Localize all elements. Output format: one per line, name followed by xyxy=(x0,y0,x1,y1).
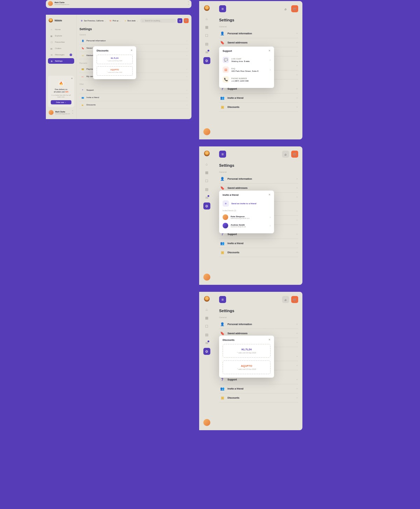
nav-orders[interactable]: ▤ xyxy=(203,331,210,338)
row-discounts[interactable]: ▣Discounts› xyxy=(219,103,298,112)
support-phone[interactable]: 📞 PHONE NUMBER+1 (987) 1234 098 xyxy=(223,75,271,84)
avatar[interactable] xyxy=(203,419,210,426)
search-button[interactable]: ⌕ xyxy=(282,296,289,303)
chevron-right-icon: › xyxy=(270,225,271,227)
cart-button[interactable]: 🛒 xyxy=(291,151,298,158)
nav-explore[interactable]: ▦ xyxy=(203,314,210,321)
avatar xyxy=(223,223,228,228)
nav-home[interactable]: ⌂Home xyxy=(48,27,74,32)
nav-messages[interactable]: ✉ xyxy=(203,194,210,201)
nav-orders[interactable]: ▤ xyxy=(203,40,210,47)
popup-title: Invite a friend xyxy=(223,194,239,196)
nav-settings[interactable]: ⚙ xyxy=(203,57,210,64)
search-button[interactable]: ⌕ xyxy=(282,151,289,158)
badge-dot xyxy=(208,50,209,51)
row-personal[interactable]: 👤Personal information› xyxy=(79,37,189,44)
nav-messages[interactable]: ✉ xyxy=(203,339,210,346)
user-card[interactable]: Mark Clarke markclarke@gmail.com ⌃⌄ xyxy=(48,109,74,116)
nav-favourites[interactable]: ☐Favourites xyxy=(48,39,74,45)
support-live-chat[interactable]: 💬 LIVE CHATWaiting time: 5 min › xyxy=(223,55,271,65)
cart-button[interactable]: 🛒 xyxy=(291,296,298,303)
chevron-right-icon: › xyxy=(296,355,298,358)
person-icon: 👤 xyxy=(81,39,84,42)
menu-button[interactable]: ≡ xyxy=(219,296,226,303)
chevron-right-icon: › xyxy=(187,104,187,106)
avatar[interactable] xyxy=(203,274,210,281)
nav-messages[interactable]: ✉Messages3 xyxy=(48,52,74,57)
chevron-right-icon: › xyxy=(270,59,271,61)
invite-add[interactable]: ＋ Send an invite to a friend xyxy=(223,199,271,209)
cart-button[interactable]: 🛒 xyxy=(184,18,189,23)
brand[interactable]: Nibble xyxy=(48,18,74,22)
close-icon[interactable]: ✕ xyxy=(71,77,73,80)
discount-code[interactable]: KL7L24 * valid until 30 Sep 2020 xyxy=(223,344,271,358)
person-icon: 👤 xyxy=(220,322,225,326)
nav-orders[interactable]: ▤Orders xyxy=(48,46,74,51)
chevron-right-icon: › xyxy=(187,75,187,77)
avatar[interactable] xyxy=(203,128,210,135)
chevron-updown-icon[interactable]: ⌃⌄ xyxy=(188,2,189,5)
nav-orders[interactable]: ▤ xyxy=(203,186,210,193)
menu-button[interactable]: ≡ xyxy=(219,151,226,158)
row-personal[interactable]: 👤Personal information› xyxy=(219,174,298,184)
nav-settings[interactable]: ⚙Settings xyxy=(48,58,74,64)
row-invite[interactable]: 👥Invite a friend› xyxy=(219,384,298,393)
discount-code[interactable]: KL7L24 * valid until 30 Sep 2020 xyxy=(97,55,133,64)
filter-button[interactable]: ≡ xyxy=(177,18,182,23)
row-personal[interactable]: 👤Personal information› xyxy=(219,29,298,38)
nav-settings[interactable]: ⚙ xyxy=(203,348,210,355)
chevron-right-icon: › xyxy=(296,364,298,367)
chevron-right-icon: › xyxy=(296,251,298,254)
chevron-right-icon: › xyxy=(270,69,271,71)
cart-button[interactable]: 🛒 xyxy=(291,5,298,12)
discount-code[interactable]: AQ1P7O * valid until 15 Nov 2020 xyxy=(223,360,271,374)
row-discounts[interactable]: ▣Discounts› xyxy=(79,101,189,109)
nav-explore[interactable]: ▦ xyxy=(203,169,210,176)
chevron-right-icon: › xyxy=(187,47,187,49)
chevron-updown-icon[interactable]: ⌃⌄ xyxy=(72,111,74,114)
nav-explore[interactable]: ▦ xyxy=(203,23,210,30)
close-icon[interactable]: ✕ xyxy=(268,338,271,341)
row-discounts[interactable]: ▣Discounts› xyxy=(219,248,298,257)
nav-favourites[interactable]: ☐ xyxy=(203,323,210,330)
chevron-right-icon: › xyxy=(270,216,271,219)
people-icon: 👥 xyxy=(81,96,84,99)
rail: ⌂ ▦ ☐ ▤ ✉ ⚙ xyxy=(199,1,214,139)
nav-favourites[interactable]: ☐ xyxy=(203,32,210,39)
chevron-right-icon: › xyxy=(296,186,298,190)
nav-home[interactable]: ⌂ xyxy=(203,160,210,167)
search-field[interactable]: ⌕Search for anything... xyxy=(140,19,176,23)
people-icon: 👥 xyxy=(220,241,225,245)
popup-title: Support xyxy=(223,50,232,52)
popup-title: Discounts xyxy=(97,49,108,52)
chevron-right-icon: › xyxy=(187,54,187,56)
nav-favourites[interactable]: ☐ xyxy=(203,177,210,184)
row-invite[interactable]: 👥Invite a friend› xyxy=(79,94,189,101)
row-saved[interactable]: 🔖Saved addresses› xyxy=(219,38,298,47)
nav-messages[interactable]: ✉ xyxy=(203,49,210,56)
nav-home[interactable]: ⌂ xyxy=(203,306,210,313)
friend-row[interactable]: Andrew Smithandrewsmith@ui8.net › xyxy=(223,221,271,230)
support-faq[interactable]: ▤ FAQ182 Park Row Street, Suite 8 › xyxy=(223,65,271,75)
nav-settings[interactable]: ⚙ xyxy=(203,202,210,209)
search-button[interactable]: ⌕ xyxy=(282,5,289,12)
row-invite[interactable]: 👥Invite a friend› xyxy=(219,94,298,103)
row-support[interactable]: ?Support› xyxy=(79,87,189,94)
pin-icon: ⦿ xyxy=(80,20,83,22)
close-icon[interactable]: ✕ xyxy=(268,193,271,196)
friend-row[interactable]: Kate Simpsonkatesimpson@outlook.com › xyxy=(223,213,271,221)
nav-explore[interactable]: ▦Explore xyxy=(48,33,74,39)
frame-mobile-support: ⌂ ▦ ☐ ▤ ✉ ⚙ ≡ ⌕ 🛒 Settings General 👤Pers… xyxy=(199,1,302,139)
close-icon[interactable]: ✕ xyxy=(268,49,271,52)
row-discounts[interactable]: ▣Discounts› xyxy=(219,393,298,403)
order-now-button[interactable]: Order now → xyxy=(51,100,71,104)
location-pill[interactable]: ⦿San Francisco, California⌄ xyxy=(79,19,107,23)
deals-pill[interactable]: ★Best deals⌄ xyxy=(123,19,139,23)
row-invite[interactable]: 👥Invite a friend› xyxy=(219,239,298,248)
close-icon[interactable]: ✕ xyxy=(131,49,133,52)
discount-code[interactable]: AQ1P7O * valid until 15 Nov 2020 xyxy=(97,66,133,76)
row-personal[interactable]: 👤Personal information› xyxy=(219,320,298,329)
pickup-pill[interactable]: 🛍Pick up⌄ xyxy=(108,19,121,23)
nav-home[interactable]: ⌂ xyxy=(203,15,210,22)
menu-button[interactable]: ≡ xyxy=(219,5,226,12)
